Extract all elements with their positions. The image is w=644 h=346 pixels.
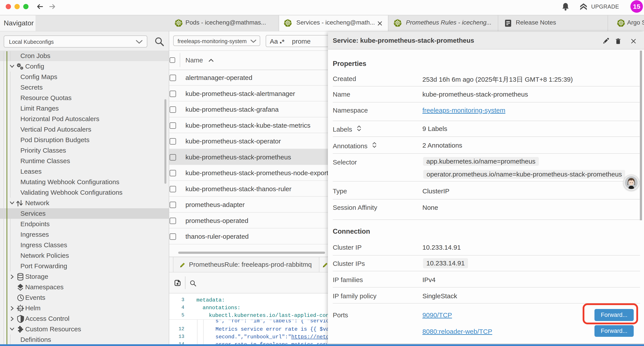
svg-text:HELM: HELM xyxy=(17,307,24,310)
